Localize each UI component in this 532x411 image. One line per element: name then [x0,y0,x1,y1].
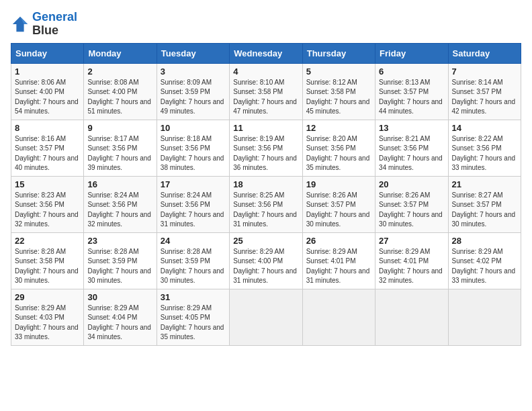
day-info: Sunrise: 8:24 AM Sunset: 3:56 PM Dayligh… [161,191,226,230]
day-number: 16 [87,179,152,189]
calendar-cell: 16Sunrise: 8:24 AM Sunset: 3:56 PM Dayli… [84,176,157,232]
day-number: 31 [161,292,226,302]
calendar-week-3: 15Sunrise: 8:23 AM Sunset: 3:56 PM Dayli… [11,176,521,232]
day-info: Sunrise: 8:08 AM Sunset: 4:00 PM Dayligh… [87,78,152,117]
day-number: 19 [306,179,371,189]
day-header-monday: Monday [84,43,157,63]
calendar-cell: 27Sunrise: 8:29 AM Sunset: 4:01 PM Dayli… [375,232,448,289]
day-info: Sunrise: 8:28 AM Sunset: 3:59 PM Dayligh… [161,247,226,286]
day-info: Sunrise: 8:06 AM Sunset: 4:00 PM Dayligh… [15,78,80,117]
calendar-cell: 29Sunrise: 8:29 AM Sunset: 4:03 PM Dayli… [11,289,84,345]
calendar-cell: 2Sunrise: 8:08 AM Sunset: 4:00 PM Daylig… [84,63,157,120]
day-info: Sunrise: 8:26 AM Sunset: 3:57 PM Dayligh… [306,191,371,230]
day-number: 28 [452,236,517,246]
day-number: 25 [233,236,298,246]
calendar-cell: 25Sunrise: 8:29 AM Sunset: 4:00 PM Dayli… [230,232,302,289]
calendar-cell: 11Sunrise: 8:19 AM Sunset: 3:56 PM Dayli… [230,120,302,176]
day-info: Sunrise: 8:12 AM Sunset: 3:58 PM Dayligh… [306,78,371,117]
day-info: Sunrise: 8:28 AM Sunset: 3:59 PM Dayligh… [87,247,152,286]
calendar-cell: 3Sunrise: 8:09 AM Sunset: 3:59 PM Daylig… [157,63,229,120]
day-header-saturday: Saturday [448,43,521,63]
day-number: 5 [306,66,371,77]
day-number: 30 [87,292,152,302]
calendar-cell: 30Sunrise: 8:29 AM Sunset: 4:04 PM Dayli… [84,289,157,345]
day-info: Sunrise: 8:26 AM Sunset: 3:57 PM Dayligh… [379,191,444,230]
day-info: Sunrise: 8:09 AM Sunset: 3:59 PM Dayligh… [161,78,226,117]
calendar-cell: 26Sunrise: 8:29 AM Sunset: 4:01 PM Dayli… [302,232,375,289]
day-info: Sunrise: 8:21 AM Sunset: 3:56 PM Dayligh… [379,134,444,173]
day-info: Sunrise: 8:20 AM Sunset: 3:56 PM Dayligh… [306,134,371,173]
calendar-header-row: SundayMondayTuesdayWednesdayThursdayFrid… [11,43,521,63]
day-header-friday: Friday [375,43,448,63]
calendar-cell: 14Sunrise: 8:22 AM Sunset: 3:56 PM Dayli… [448,120,521,176]
calendar-cell: 9Sunrise: 8:17 AM Sunset: 3:56 PM Daylig… [84,120,157,176]
calendar-cell: 19Sunrise: 8:26 AM Sunset: 3:57 PM Dayli… [302,176,375,232]
day-info: Sunrise: 8:29 AM Sunset: 4:01 PM Dayligh… [379,247,444,286]
day-number: 13 [379,123,444,133]
calendar-cell [230,289,302,345]
day-number: 23 [87,236,152,246]
calendar-cell: 28Sunrise: 8:29 AM Sunset: 4:02 PM Dayli… [448,232,521,289]
day-number: 3 [161,66,226,77]
calendar-cell: 22Sunrise: 8:28 AM Sunset: 3:58 PM Dayli… [11,232,84,289]
logo-icon [11,15,30,34]
calendar-cell [375,289,448,345]
calendar-cell: 20Sunrise: 8:26 AM Sunset: 3:57 PM Dayli… [375,176,448,232]
day-number: 8 [15,123,80,133]
day-number: 9 [87,123,152,133]
day-info: Sunrise: 8:16 AM Sunset: 3:57 PM Dayligh… [15,134,80,173]
calendar-cell: 15Sunrise: 8:23 AM Sunset: 3:56 PM Dayli… [11,176,84,232]
calendar-cell: 24Sunrise: 8:28 AM Sunset: 3:59 PM Dayli… [157,232,229,289]
day-info: Sunrise: 8:23 AM Sunset: 3:56 PM Dayligh… [15,191,80,230]
day-info: Sunrise: 8:29 AM Sunset: 4:00 PM Dayligh… [233,247,298,286]
day-number: 21 [452,179,517,189]
calendar-cell: 31Sunrise: 8:29 AM Sunset: 4:05 PM Dayli… [157,289,229,345]
day-number: 12 [306,123,371,133]
calendar-cell: 13Sunrise: 8:21 AM Sunset: 3:56 PM Dayli… [375,120,448,176]
day-info: Sunrise: 8:29 AM Sunset: 4:04 PM Dayligh… [87,304,152,342]
day-info: Sunrise: 8:29 AM Sunset: 4:02 PM Dayligh… [452,247,517,286]
day-info: Sunrise: 8:29 AM Sunset: 4:03 PM Dayligh… [15,304,80,342]
calendar-week-1: 1Sunrise: 8:06 AM Sunset: 4:00 PM Daylig… [11,63,521,120]
calendar-cell [302,289,375,345]
calendar-cell: 17Sunrise: 8:24 AM Sunset: 3:56 PM Dayli… [157,176,229,232]
day-number: 20 [379,179,444,189]
day-header-thursday: Thursday [302,43,375,63]
calendar-cell: 21Sunrise: 8:27 AM Sunset: 3:57 PM Dayli… [448,176,521,232]
day-info: Sunrise: 8:29 AM Sunset: 4:01 PM Dayligh… [306,247,371,286]
day-header-tuesday: Tuesday [157,43,229,63]
calendar-cell [448,289,521,345]
day-number: 24 [161,236,226,246]
calendar-cell: 5Sunrise: 8:12 AM Sunset: 3:58 PM Daylig… [302,63,375,120]
day-info: Sunrise: 8:17 AM Sunset: 3:56 PM Dayligh… [87,134,152,173]
calendar-week-4: 22Sunrise: 8:28 AM Sunset: 3:58 PM Dayli… [11,232,521,289]
day-number: 17 [161,179,226,189]
calendar-week-2: 8Sunrise: 8:16 AM Sunset: 3:57 PM Daylig… [11,120,521,176]
day-info: Sunrise: 8:18 AM Sunset: 3:56 PM Dayligh… [161,134,226,173]
calendar-cell: 18Sunrise: 8:25 AM Sunset: 3:56 PM Dayli… [230,176,302,232]
calendar-cell: 6Sunrise: 8:13 AM Sunset: 3:57 PM Daylig… [375,63,448,120]
day-info: Sunrise: 8:10 AM Sunset: 3:58 PM Dayligh… [233,78,298,117]
day-number: 10 [161,123,226,133]
day-info: Sunrise: 8:29 AM Sunset: 4:05 PM Dayligh… [161,304,226,342]
day-number: 22 [15,236,80,246]
day-number: 6 [379,66,444,77]
calendar-cell: 8Sunrise: 8:16 AM Sunset: 3:57 PM Daylig… [11,120,84,176]
day-number: 15 [15,179,80,189]
day-number: 29 [15,292,80,302]
day-header-wednesday: Wednesday [230,43,302,63]
day-info: Sunrise: 8:25 AM Sunset: 3:56 PM Dayligh… [233,191,298,230]
calendar-cell: 10Sunrise: 8:18 AM Sunset: 3:56 PM Dayli… [157,120,229,176]
page-header: GeneralBlue [11,11,521,38]
day-info: Sunrise: 8:27 AM Sunset: 3:57 PM Dayligh… [452,191,517,230]
calendar-table: SundayMondayTuesdayWednesdayThursdayFrid… [11,43,521,346]
day-info: Sunrise: 8:22 AM Sunset: 3:56 PM Dayligh… [452,134,517,173]
day-info: Sunrise: 8:24 AM Sunset: 3:56 PM Dayligh… [87,191,152,230]
day-info: Sunrise: 8:28 AM Sunset: 3:58 PM Dayligh… [15,247,80,286]
calendar-cell: 4Sunrise: 8:10 AM Sunset: 3:58 PM Daylig… [230,63,302,120]
day-number: 2 [87,66,152,77]
day-number: 7 [452,66,517,77]
day-number: 26 [306,236,371,246]
calendar-cell: 12Sunrise: 8:20 AM Sunset: 3:56 PM Dayli… [302,120,375,176]
calendar-cell: 23Sunrise: 8:28 AM Sunset: 3:59 PM Dayli… [84,232,157,289]
